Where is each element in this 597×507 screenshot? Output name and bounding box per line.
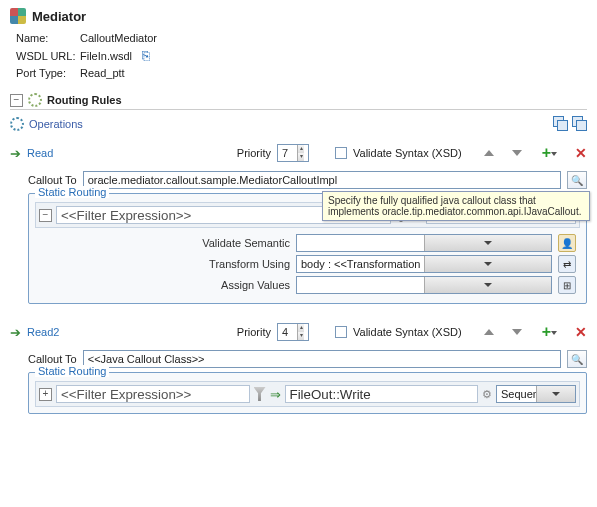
page-title: Mediator bbox=[32, 9, 86, 24]
callout-to-label: Callout To bbox=[28, 174, 77, 186]
spin-down-icon[interactable]: ▾ bbox=[297, 332, 304, 340]
operation-arrow-icon: ➔ bbox=[10, 325, 21, 340]
transform-icon[interactable]: ⇄ bbox=[558, 255, 576, 273]
callout-tooltip: Specify the fully qualified java callout… bbox=[322, 191, 590, 221]
delete-rule-button[interactable]: ✕ bbox=[575, 145, 587, 161]
priority-spinner[interactable]: 7 ▴▾ bbox=[277, 144, 309, 162]
assign-values-icon[interactable]: ⊞ bbox=[558, 276, 576, 294]
gear-icon[interactable]: ⚙ bbox=[482, 388, 492, 401]
static-routing-fieldset: Static Routing + ⇒ ⚙ Sequential bbox=[28, 372, 587, 414]
priority-value: 4 bbox=[278, 326, 293, 338]
mediator-icon bbox=[10, 8, 26, 24]
wsdl-value: FileIn.wsdl bbox=[80, 50, 132, 62]
assign-values-combo[interactable] bbox=[296, 276, 552, 294]
collapse-filter-button[interactable]: − bbox=[39, 209, 52, 222]
filter-icon[interactable] bbox=[254, 387, 266, 401]
delete-rule-button[interactable]: ✕ bbox=[575, 324, 587, 340]
move-up-icon[interactable] bbox=[484, 150, 494, 156]
move-down-icon[interactable] bbox=[512, 150, 522, 156]
static-routing-fieldset: Static Routing Specify the fully qualifi… bbox=[28, 193, 587, 304]
port-type-label: Port Type: bbox=[16, 67, 80, 79]
filter-expression-input[interactable] bbox=[56, 385, 250, 403]
target-input[interactable] bbox=[285, 385, 479, 403]
validate-semantic-label: Validate Semantic bbox=[202, 237, 290, 249]
add-rule-button[interactable]: + bbox=[542, 147, 551, 159]
static-routing-legend: Static Routing bbox=[35, 186, 109, 198]
validate-syntax-label: Validate Syntax (XSD) bbox=[353, 147, 462, 159]
exec-mode-combo[interactable]: Sequential bbox=[496, 385, 576, 403]
collapse-section-button[interactable]: − bbox=[10, 94, 23, 107]
operation-arrow-icon: ➔ bbox=[10, 146, 21, 161]
spin-down-icon[interactable]: ▾ bbox=[297, 153, 304, 161]
operation-name[interactable]: Read2 bbox=[27, 326, 231, 338]
expand-all-icon[interactable] bbox=[553, 116, 568, 131]
priority-label: Priority bbox=[237, 326, 271, 338]
priority-spinner[interactable]: 4 ▴▾ bbox=[277, 323, 309, 341]
spin-up-icon[interactable]: ▴ bbox=[297, 324, 304, 332]
operations-icon bbox=[10, 117, 24, 131]
operation-name[interactable]: Read bbox=[27, 147, 231, 159]
assign-values-label: Assign Values bbox=[221, 279, 290, 291]
validate-syntax-label: Validate Syntax (XSD) bbox=[353, 326, 462, 338]
expand-filter-button[interactable]: + bbox=[39, 388, 52, 401]
validate-semantic-icon[interactable]: 👤 bbox=[558, 234, 576, 252]
add-rule-button[interactable]: + bbox=[542, 326, 551, 338]
validate-syntax-checkbox[interactable] bbox=[335, 147, 347, 159]
name-label: Name: bbox=[16, 32, 80, 44]
section-title: Routing Rules bbox=[47, 94, 122, 106]
wsdl-label: WSDL URL: bbox=[16, 50, 80, 62]
validate-syntax-checkbox[interactable] bbox=[335, 326, 347, 338]
collapse-all-icon[interactable] bbox=[572, 116, 587, 131]
callout-to-label: Callout To bbox=[28, 353, 77, 365]
route-arrow-icon: ⇒ bbox=[270, 387, 281, 402]
validate-semantic-combo[interactable] bbox=[296, 234, 552, 252]
transform-using-label: Transform Using bbox=[209, 258, 290, 270]
move-down-icon[interactable] bbox=[512, 329, 522, 335]
callout-browse-button[interactable]: 🔍 bbox=[567, 350, 587, 368]
callout-to-input[interactable] bbox=[83, 171, 561, 189]
move-up-icon[interactable] bbox=[484, 329, 494, 335]
routing-rules-icon bbox=[28, 93, 42, 107]
callout-to-input[interactable] bbox=[83, 350, 561, 368]
static-routing-legend: Static Routing bbox=[35, 365, 109, 377]
operations-label: Operations bbox=[29, 118, 83, 130]
wsdl-browse-icon[interactable]: ⎘ bbox=[142, 48, 150, 63]
spin-up-icon[interactable]: ▴ bbox=[297, 145, 304, 153]
priority-label: Priority bbox=[237, 147, 271, 159]
transform-using-combo[interactable]: body : <<Transformation Map>> bbox=[296, 255, 552, 273]
port-type-value: Read_ptt bbox=[80, 67, 125, 79]
name-value: CalloutMediator bbox=[80, 32, 157, 44]
callout-browse-button[interactable]: 🔍 bbox=[567, 171, 587, 189]
priority-value: 7 bbox=[278, 147, 293, 159]
